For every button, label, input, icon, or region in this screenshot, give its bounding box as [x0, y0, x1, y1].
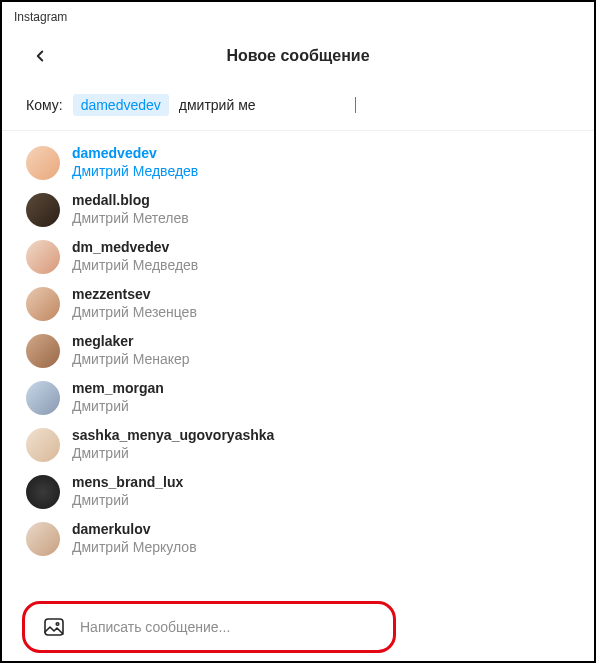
suggestion-item[interactable]: medall.blogДмитрий Метелев [2, 186, 594, 233]
suggestion-text: mem_morganДмитрий [72, 380, 164, 415]
avatar [26, 193, 60, 227]
suggestion-username: mezzentsev [72, 286, 197, 304]
to-label: Кому: [26, 97, 63, 113]
suggestion-text: medall.blogДмитрий Метелев [72, 192, 189, 227]
suggestion-username: damedvedev [72, 145, 198, 163]
suggestion-username: sashka_menya_ugovoryashka [72, 427, 274, 445]
suggestion-text: damedvedevДмитрий Медведев [72, 145, 198, 180]
suggestion-text: dm_medvedevДмитрий Медведев [72, 239, 198, 274]
suggestion-text: mezzentsevДмитрий Мезенцев [72, 286, 197, 321]
header: Новое сообщение [2, 32, 594, 88]
suggestion-list: damedvedevДмитрий Медведевmedall.blogДми… [2, 131, 594, 562]
suggestion-fullname: Дмитрий [72, 492, 183, 510]
suggestion-fullname: Дмитрий Медведев [72, 257, 198, 275]
suggestion-fullname: Дмитрий Медведев [72, 163, 198, 181]
back-button[interactable] [26, 42, 54, 70]
suggestion-text: sashka_menya_ugovoryashkaДмитрий [72, 427, 274, 462]
avatar [26, 287, 60, 321]
recipient-search-input[interactable] [179, 97, 356, 113]
avatar [26, 522, 60, 556]
avatar [26, 381, 60, 415]
avatar [26, 240, 60, 274]
suggestion-fullname: Дмитрий [72, 398, 164, 416]
suggestion-item[interactable]: mem_morganДмитрий [2, 374, 594, 421]
message-input[interactable] [80, 619, 376, 635]
avatar [26, 475, 60, 509]
recipient-chip[interactable]: damedvedev [73, 94, 169, 116]
avatar [26, 428, 60, 462]
recipient-row: Кому: damedvedev [2, 88, 594, 131]
window-title: Instagram [2, 2, 594, 32]
avatar [26, 146, 60, 180]
suggestion-username: meglaker [72, 333, 190, 351]
suggestion-text: damerkulovДмитрий Меркулов [72, 521, 197, 556]
suggestion-fullname: Дмитрий Меркулов [72, 539, 197, 557]
suggestion-fullname: Дмитрий Мезенцев [72, 304, 197, 322]
avatar [26, 334, 60, 368]
message-composer [30, 607, 388, 647]
suggestion-item[interactable]: dm_medvedevДмитрий Медведев [2, 233, 594, 280]
suggestion-text: mens_brand_luxДмитрий [72, 474, 183, 509]
svg-point-1 [56, 623, 59, 626]
chevron-left-icon [31, 47, 49, 65]
suggestion-username: mens_brand_lux [72, 474, 183, 492]
suggestion-username: mem_morgan [72, 380, 164, 398]
suggestion-fullname: Дмитрий [72, 445, 274, 463]
suggestion-fullname: Дмитрий Менакер [72, 351, 190, 369]
suggestion-fullname: Дмитрий Метелев [72, 210, 189, 228]
suggestion-item[interactable]: damedvedevДмитрий Медведев [2, 139, 594, 186]
suggestion-username: medall.blog [72, 192, 189, 210]
suggestion-username: dm_medvedev [72, 239, 198, 257]
suggestion-item[interactable]: sashka_menya_ugovoryashkaДмитрий [2, 421, 594, 468]
image-icon[interactable] [42, 615, 66, 639]
suggestion-item[interactable]: meglakerДмитрий Менакер [2, 327, 594, 374]
svg-rect-0 [45, 619, 63, 635]
page-title: Новое сообщение [2, 47, 594, 65]
suggestion-username: damerkulov [72, 521, 197, 539]
suggestion-item[interactable]: damerkulovДмитрий Меркулов [2, 515, 594, 562]
suggestion-item[interactable]: mezzentsevДмитрий Мезенцев [2, 280, 594, 327]
suggestion-item[interactable]: mens_brand_luxДмитрий [2, 468, 594, 515]
suggestion-text: meglakerДмитрий Менакер [72, 333, 190, 368]
